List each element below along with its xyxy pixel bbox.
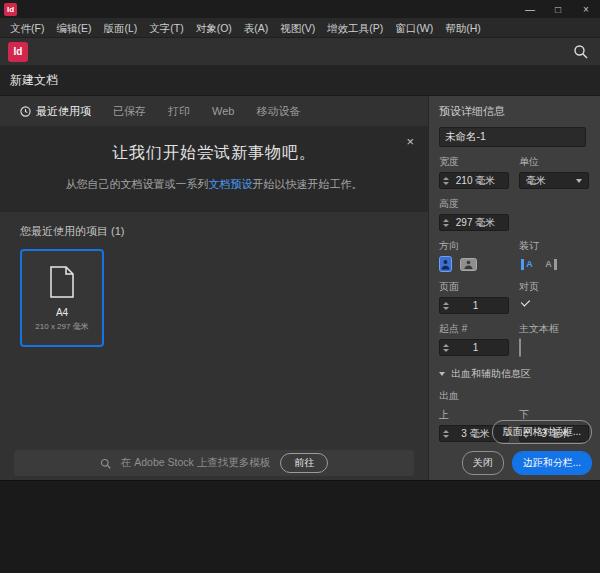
binding-ltr-icon[interactable]: A	[519, 256, 535, 272]
width-value: 210 毫米	[449, 174, 508, 188]
clock-icon	[20, 106, 31, 117]
recent-item-a4[interactable]: A4 210 x 297 毫米	[20, 249, 104, 347]
height-field[interactable]: 297 毫米	[439, 214, 509, 231]
orientation-portrait-icon[interactable]	[439, 256, 452, 272]
tab-saved[interactable]: 已保存	[113, 104, 146, 119]
menu-object[interactable]: 对象(O)	[190, 18, 238, 38]
app-logo: Id	[8, 42, 28, 62]
search-icon	[100, 458, 111, 469]
menu-view[interactable]: 视图(V)	[274, 18, 321, 38]
unit-label: 单位	[519, 155, 589, 169]
orientation-landscape-icon[interactable]	[460, 258, 477, 271]
orientation-label: 方向	[439, 239, 509, 253]
tab-web[interactable]: Web	[212, 105, 234, 117]
binding-rtl-icon[interactable]: A	[543, 256, 559, 272]
recent-item-name: A4	[56, 307, 68, 318]
menu-plugins[interactable]: 增效工具(P)	[321, 18, 389, 38]
window-controls: — □ ×	[516, 0, 600, 18]
search-icon	[573, 44, 588, 59]
banner-subtitle-text: 从您自己的文档设置或一系列	[66, 178, 209, 190]
maximize-button[interactable]: □	[544, 0, 572, 18]
menu-help[interactable]: 帮助(H)	[439, 18, 487, 38]
new-document-dialog: 最近使用项 已保存 打印 Web 移动设备 让我们开始尝试新事物吧。 从您自己的…	[0, 96, 600, 480]
banner-title: 让我们开始尝试新事物吧。	[0, 126, 428, 164]
banner-subtitle-text2: 开始以快速开始工作。	[253, 178, 363, 190]
layout-grid-dialog-button[interactable]: 版面网格对话框...	[492, 420, 592, 444]
tab-recent[interactable]: 最近使用项	[20, 104, 91, 119]
document-name-row	[439, 127, 590, 147]
tab-mobile[interactable]: 移动设备	[256, 104, 300, 119]
close-dialog-button[interactable]: 关闭	[462, 451, 504, 475]
banner-close-icon[interactable]: ×	[406, 135, 414, 148]
recent-items-heading: 您最近使用的项目 (1)	[20, 224, 428, 239]
menu-table[interactable]: 表(A)	[238, 18, 275, 38]
templates-pane: 最近使用项 已保存 打印 Web 移动设备 让我们开始尝试新事物吧。 从您自己的…	[0, 96, 428, 480]
banner-subtitle: 从您自己的文档设置或一系列文档预设开始以快速开始工作。	[0, 177, 428, 192]
pages-value: 1	[449, 300, 508, 311]
minimize-button[interactable]: —	[516, 0, 544, 18]
height-value: 297 毫米	[449, 216, 508, 230]
binding-letter: A	[545, 259, 552, 269]
pages-field[interactable]: 1	[439, 297, 509, 314]
menu-type[interactable]: 文字(T)	[143, 18, 189, 38]
menu-layout[interactable]: 版面(L)	[97, 18, 143, 38]
width-label: 宽度	[439, 155, 509, 169]
document-name-input[interactable]	[439, 127, 586, 147]
menu-edit[interactable]: 编辑(E)	[50, 18, 97, 38]
doc-presets-link[interactable]: 文档预设	[209, 178, 253, 190]
menu-file[interactable]: 文件(F)	[4, 18, 50, 38]
bleed-section-label: 出血和辅助信息区	[451, 367, 531, 381]
close-button[interactable]: ×	[572, 0, 600, 18]
document-icon	[49, 266, 75, 298]
app-logo-small: Id	[4, 3, 17, 16]
panel-action-buttons: 版面网格对话框... 关闭 边距和分栏...	[462, 420, 592, 475]
bleed-section-header[interactable]: 出血和辅助信息区	[439, 367, 590, 381]
appbar: Id	[0, 38, 600, 66]
dialog-title: 新建文档	[0, 66, 600, 96]
primary-text-frame-label: 主文本框	[519, 322, 589, 336]
primary-text-frame-checkbox[interactable]	[519, 338, 521, 357]
start-page-field[interactable]: 1	[439, 339, 509, 356]
start-page-label: 起点 #	[439, 322, 509, 336]
chevron-down-icon	[439, 372, 445, 376]
preset-details-title: 预设详细信息	[439, 104, 590, 119]
unit-select[interactable]: 毫米	[519, 172, 589, 189]
stock-search-bar[interactable]: 在 Adobe Stock 上查找更多模板 前往	[14, 450, 414, 476]
workspace-background	[0, 480, 600, 573]
pages-label: 页面	[439, 280, 509, 294]
binding-label: 装订	[519, 239, 589, 253]
facing-pages-label: 对页	[519, 280, 589, 294]
width-field[interactable]: 210 毫米	[439, 172, 509, 189]
welcome-banner: 让我们开始尝试新事物吧。 从您自己的文档设置或一系列文档预设开始以快速开始工作。…	[0, 126, 428, 212]
indesign-window: Id — □ × 文件(F) 编辑(E) 版面(L) 文字(T) 对象(O) 表…	[0, 0, 600, 573]
margins-columns-button[interactable]: 边距和分栏...	[512, 451, 592, 475]
binding-letter: A	[526, 259, 533, 269]
bleed-label: 出血	[439, 389, 590, 403]
start-page-value: 1	[449, 342, 508, 353]
recent-item-dimensions: 210 x 297 毫米	[35, 321, 88, 332]
go-button[interactable]: 前往	[280, 453, 328, 473]
stock-search-placeholder: 在 Adobe Stock 上查找更多模板	[121, 456, 270, 470]
category-tabs: 最近使用项 已保存 打印 Web 移动设备	[0, 96, 428, 126]
unit-value: 毫米	[526, 174, 546, 188]
tab-recent-label: 最近使用项	[36, 104, 91, 119]
preset-details-panel: 预设详细信息 宽度 210 毫米 单位	[428, 96, 600, 480]
chevron-down-icon	[576, 179, 582, 183]
tab-print[interactable]: 打印	[168, 104, 190, 119]
menu-window[interactable]: 窗口(W)	[389, 18, 439, 38]
height-label: 高度	[439, 197, 509, 211]
search-button[interactable]	[573, 44, 588, 59]
titlebar: Id — □ ×	[0, 0, 600, 18]
menubar: 文件(F) 编辑(E) 版面(L) 文字(T) 对象(O) 表(A) 视图(V)…	[0, 18, 600, 38]
